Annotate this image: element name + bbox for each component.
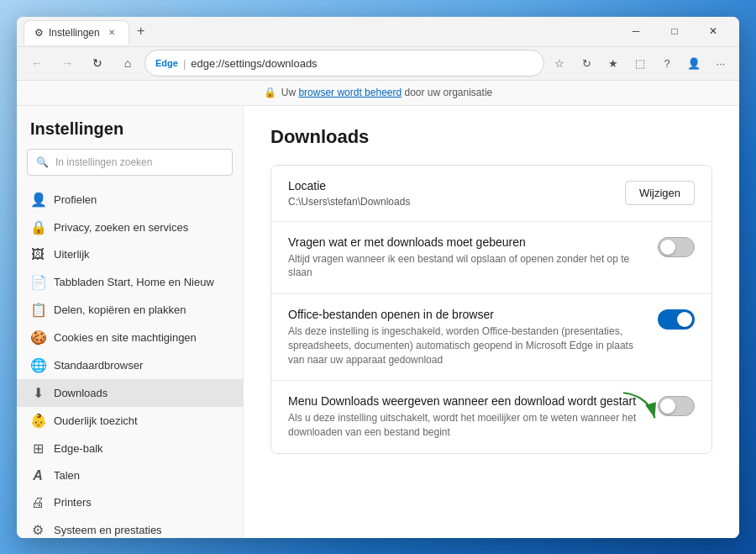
menu-downloads-toggle-row: Menu Downloads weergeven wanneer een dow…	[288, 394, 695, 440]
search-icon: 🔍	[36, 156, 49, 168]
sidebar-item-label: Cookies en site machtigingen	[54, 331, 197, 344]
browser-window: ⚙ Instellingen ✕ + ─ □ ✕ ← → ↻ ⌂ Edge | …	[17, 17, 739, 538]
address-icons: ☆ ↻ ★ ⬚ ? 👤 ···	[548, 51, 732, 75]
minimize-button[interactable]: ─	[617, 18, 655, 45]
location-col: Locatie C:\Users\stefan\Downloads	[288, 179, 410, 208]
window-controls: ─ □ ✕	[617, 18, 732, 45]
tab-title: Instellingen	[49, 27, 100, 39]
sidebar: Instellingen 🔍 In instellingen zoeken 👤 …	[17, 106, 244, 538]
forward-button[interactable]: →	[54, 50, 81, 77]
help-icon[interactable]: ?	[655, 51, 679, 75]
office-toggle[interactable]	[658, 309, 695, 330]
new-tab-button[interactable]: +	[129, 19, 153, 43]
sidebar-item-privacy[interactable]: 🔒 Privacy, zoeken en services	[17, 214, 243, 241]
managed-bar-text: Uw browser wordt beheerd door uw organis…	[281, 87, 492, 98]
tab-close-button[interactable]: ✕	[105, 26, 118, 40]
back-button[interactable]: ←	[24, 50, 50, 77]
sidebar-item-label: Ouderlijk toezicht	[54, 414, 138, 427]
office-toggle-thumb	[677, 312, 692, 327]
standaardbrowser-icon: 🌐	[30, 357, 45, 373]
collections-icon[interactable]: ★	[601, 51, 625, 75]
sidebar-item-printers[interactable]: 🖨 Printers	[17, 489, 243, 516]
office-desc: Als deze instelling is ingeschakeld, wor…	[288, 324, 644, 367]
sidebar-item-profielen[interactable]: 👤 Profielen	[17, 186, 243, 214]
sidebar-item-label: Standaardbrowser	[54, 359, 143, 372]
sidebar-item-ouderlijk[interactable]: 👶 Ouderlijk toezicht	[17, 407, 243, 435]
downloads-icon: ⬇	[30, 385, 45, 401]
privacy-icon: 🔒	[30, 219, 45, 235]
office-setting-row: Office-bestanden openen in de browser Al…	[271, 294, 711, 381]
sidebar-item-delen[interactable]: 📋 Delen, kopiëren en plakken	[17, 296, 243, 324]
close-button[interactable]: ✕	[694, 18, 732, 45]
edgebalk-icon: ⊞	[30, 441, 45, 456]
vragen-toggle-thumb	[660, 240, 675, 255]
office-setting-text: Office-bestanden openen in de browser Al…	[288, 308, 644, 367]
location-label: Locatie	[288, 179, 410, 193]
sidebar-item-label: Tabbladen Start, Home en Nieuw	[54, 276, 214, 288]
sidebar-item-downloads[interactable]: ⬇ Downloads	[17, 379, 243, 407]
nav-bar: ← → ↻ ⌂ Edge | edge://settings/downloads…	[17, 47, 739, 81]
settings-search-box[interactable]: 🔍 In instellingen zoeken	[27, 149, 233, 176]
tabbladen-icon: 📄	[30, 274, 45, 290]
settings-card: Locatie C:\Users\stefan\Downloads Wijzig…	[270, 165, 712, 455]
search-placeholder: In instellingen zoeken	[55, 156, 152, 168]
wijzigen-button[interactable]: Wijzigen	[625, 181, 695, 205]
menu-downloads-setting-row: Menu Downloads weergeven wanneer een dow…	[271, 381, 711, 453]
more-menu-icon[interactable]: ···	[709, 51, 732, 75]
restore-button[interactable]: □	[655, 18, 694, 45]
sidebar-item-edgebalk[interactable]: ⊞ Edge-balk	[17, 435, 243, 462]
vragen-label: Vragen wat er met downloads moet gebeure…	[288, 235, 644, 249]
systeem-icon: ⚙	[30, 522, 45, 538]
delen-icon: 📋	[30, 302, 45, 318]
sidebar-item-systeem[interactable]: ⚙ Systeem en prestaties	[17, 516, 243, 538]
profielen-icon: 👤	[30, 192, 45, 208]
sidebar-item-label: Profielen	[54, 193, 97, 206]
menu-downloads-label: Menu Downloads weergeven wanneer een dow…	[288, 394, 644, 408]
refresh-button[interactable]: ↻	[84, 50, 111, 77]
sidebar-item-talen[interactable]: A Talen	[17, 462, 243, 489]
sidebar-item-label: Delen, kopiëren en plakken	[54, 303, 186, 316]
uiterlijk-icon: 🖼	[30, 247, 45, 262]
main-content: Instellingen 🔍 In instellingen zoeken 👤 …	[17, 106, 739, 538]
menu-downloads-desc: Als u deze instelling uitschakelt, wordt…	[288, 411, 644, 440]
vragen-toggle[interactable]	[658, 237, 695, 257]
sidebar-item-label: Talen	[54, 469, 80, 482]
address-bar[interactable]: Edge | edge://settings/downloads	[144, 50, 544, 77]
sidebar-item-label: Systeem en prestaties	[54, 524, 162, 536]
edge-logo: Edge	[155, 58, 178, 68]
sidebar-item-standaardbrowser[interactable]: 🌐 Standaardbrowser	[17, 351, 243, 379]
vragen-setting-row: Vragen wat er met downloads moet gebeure…	[271, 222, 711, 295]
content-area: Downloads Locatie C:\Users\stefan\Downlo…	[244, 106, 739, 538]
managed-bar: 🔒 Uw browser wordt beheerd door uw organ…	[17, 81, 739, 106]
office-toggle-row: Office-bestanden openen in de browser Al…	[288, 308, 695, 367]
home-button[interactable]: ⌂	[114, 50, 141, 77]
split-screen-icon[interactable]: ⬚	[628, 51, 652, 75]
favorites-icon[interactable]: ☆	[548, 51, 571, 75]
page-title: Downloads	[270, 126, 712, 148]
refresh-page-icon[interactable]: ↻	[575, 51, 598, 75]
managed-bar-link[interactable]: browser wordt beheerd	[298, 87, 402, 98]
vragen-toggle-row: Vragen wat er met downloads moet gebeure…	[288, 235, 695, 281]
lock-icon: 🔒	[264, 87, 276, 98]
sidebar-item-uiterlijk[interactable]: 🖼 Uiterlijk	[17, 241, 243, 268]
profile-icon[interactable]: 👤	[682, 51, 706, 75]
url-separator: |	[183, 57, 186, 70]
cookies-icon: 🍪	[30, 330, 45, 346]
sidebar-item-label: Uiterlijk	[54, 248, 90, 261]
sidebar-item-label: Downloads	[54, 387, 108, 399]
title-bar: ⚙ Instellingen ✕ + ─ □ ✕	[17, 17, 739, 47]
active-tab[interactable]: ⚙ Instellingen ✕	[24, 20, 129, 45]
vragen-desc: Altijd vragen wanneer ik een bestand wil…	[288, 252, 644, 281]
sidebar-item-tabbladen[interactable]: 📄 Tabbladen Start, Home en Nieuw	[17, 268, 243, 296]
sidebar-item-cookies[interactable]: 🍪 Cookies en site machtigingen	[17, 324, 243, 351]
menu-downloads-setting-text: Menu Downloads weergeven wanneer een dow…	[288, 394, 644, 440]
menu-downloads-toggle[interactable]	[658, 396, 695, 416]
sidebar-item-label: Edge-balk	[54, 442, 103, 455]
sidebar-item-label: Privacy, zoeken en services	[54, 221, 188, 234]
printers-icon: 🖨	[30, 495, 45, 510]
sidebar-item-label: Printers	[54, 496, 92, 509]
url-text: edge://settings/downloads	[191, 57, 317, 70]
tab-bar: ⚙ Instellingen ✕ +	[24, 19, 617, 44]
ouderlijk-icon: 👶	[30, 413, 45, 429]
tab-favicon: ⚙	[34, 27, 44, 39]
